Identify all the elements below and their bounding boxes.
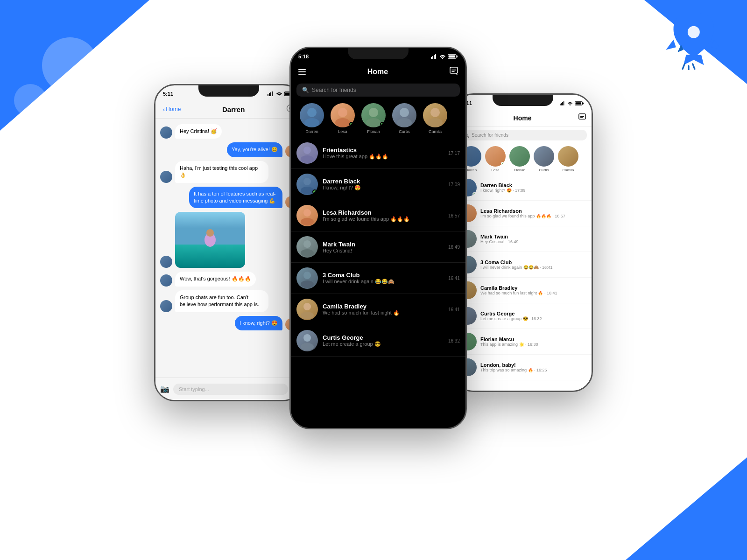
back-button[interactable]: ‹ Home	[163, 106, 181, 113]
chat-item-3coma[interactable]: 3 Coma Club I will never drink again 😂😂🙈…	[291, 263, 465, 294]
list-time-3coma: 16:41	[448, 276, 460, 281]
compose-button[interactable]	[450, 67, 458, 77]
message-3: Haha, I'm just testing this cool app 👌	[160, 161, 297, 183]
r-name-3coma: 3 Coma Club	[480, 259, 587, 265]
list-avatar-lesa	[296, 205, 318, 226]
chat-item-curtis[interactable]: Curtis George Let me create a group 😎 16…	[291, 325, 465, 357]
message-6: Wow, that's gorgeous! 🔥🔥🔥	[160, 272, 297, 286]
r-chat-mark[interactable]: Mark Twain Hey Cristina! · 16:49	[454, 226, 592, 252]
svg-rect-15	[175, 245, 245, 268]
r-chat-darren[interactable]: Darren Black I know, right? 😍 · 17:09	[454, 175, 592, 201]
r-chat-3coma[interactable]: 3 Coma Club I will never drink again 😂😂🙈…	[454, 252, 592, 278]
svg-point-48	[301, 312, 314, 319]
svg-point-46	[301, 280, 314, 288]
r-info-florian: Florian Marcu This app is amazing 🌟 · 16…	[480, 336, 587, 347]
chat-input-bar: 📷 Start typing... ▶	[155, 378, 302, 400]
svg-rect-7	[272, 91, 273, 96]
list-name-3coma: 3 Coma Club	[323, 272, 444, 279]
home-title-center: Home	[367, 68, 388, 76]
svg-rect-51	[560, 104, 561, 105]
search-bar-right[interactable]: 🔍 Search for friends	[459, 130, 587, 140]
r-msg-lesa: I'm so glad we found this app 🔥🔥🔥 · 16:5…	[480, 214, 587, 218]
list-avatar-camila	[296, 299, 318, 320]
chat-header-center: Darren	[222, 105, 245, 113]
list-info-lesa: Lesa Richardson I'm so glad we found thi…	[323, 209, 444, 222]
r-info-camila: Camila Bradley We had so much fun last n…	[480, 285, 587, 295]
story-darren[interactable]: Darren	[296, 103, 327, 134]
hamburger-menu[interactable]	[298, 69, 306, 75]
r-story-av-curtis	[534, 146, 554, 167]
r-chat-london[interactable]: London, baby! This trip was so amazing 🔥…	[454, 355, 592, 380]
r-name-mark: Mark Twain	[480, 234, 587, 239]
r-chat-lesa[interactable]: Lesa Richardson I'm so glad we found thi…	[454, 201, 592, 226]
message-bubble-3: Haha, I'm just testing this cool app 👌	[175, 161, 268, 183]
list-name-camila: Camila Bradley	[323, 303, 444, 310]
r-chat-camila[interactable]: Camila Bradley We had so much fun last n…	[454, 278, 592, 303]
story-camila[interactable]: Camila	[420, 103, 451, 134]
story-lesa[interactable]: Lesa	[327, 103, 358, 134]
phone-right: 5:11 Home	[453, 93, 593, 392]
r-story-curtis[interactable]: Curtis	[532, 146, 556, 172]
list-time-camila: 16:41	[448, 307, 460, 312]
hamburger-line-2	[298, 71, 306, 72]
message-input[interactable]: Start typing...	[173, 384, 288, 395]
svg-point-45	[303, 272, 311, 279]
story-florian[interactable]: Florian	[358, 103, 389, 134]
list-info-3coma: 3 Coma Club I will never drink again 😂😂🙈	[323, 272, 444, 285]
phones-container: 5:11 ‹ Home Darren	[0, 47, 747, 429]
message-4: It has a ton of features such as real-ti…	[160, 187, 297, 209]
message-5-image	[160, 212, 297, 268]
list-avatar-3coma	[296, 267, 318, 289]
list-time-curtis: 16:32	[448, 338, 460, 343]
svg-rect-4	[268, 94, 268, 96]
story-name-florian: Florian	[367, 129, 380, 134]
chat-item-mark[interactable]: Mark Twain Hey Cristina! 16:49	[291, 231, 465, 263]
light-app-header: Home	[454, 110, 592, 127]
r-chat-florian[interactable]: Florian Marcu This app is amazing 🌟 · 16…	[454, 329, 592, 355]
home-title-right: Home	[514, 114, 532, 122]
list-name-frientastics: Frientastics	[323, 147, 444, 154]
chat-item-frientastics[interactable]: Frientastics I love this great app 🔥🔥🔥 1…	[291, 138, 465, 169]
svg-rect-18	[431, 57, 432, 59]
status-icons-right	[560, 101, 584, 105]
r-info-london: London, baby! This trip was so amazing 🔥…	[480, 362, 587, 372]
status-icons-center	[431, 54, 458, 59]
chat-item-lesa[interactable]: Lesa Richardson I'm so glad we found thi…	[291, 200, 465, 231]
phone-center: 5:18 Home	[289, 47, 467, 429]
svg-point-0	[688, 26, 700, 38]
r-online-darren	[472, 192, 476, 196]
hamburger-line-1	[298, 69, 306, 70]
chat-item-darren[interactable]: Darren Black I know, right? 😍 17:09	[291, 169, 465, 200]
svg-point-39	[303, 178, 311, 185]
search-icon-center: 🔍	[302, 87, 309, 93]
story-curtis[interactable]: Curtis	[389, 103, 420, 134]
svg-point-33	[400, 108, 409, 117]
list-name-curtis: Curtis George	[323, 334, 444, 341]
message-bubble-8: I know, right? 😍	[235, 316, 282, 330]
compose-button-right[interactable]	[578, 113, 586, 123]
r-story-lesa[interactable]: Lesa	[483, 146, 507, 172]
list-avatar-mark	[296, 236, 318, 258]
r-story-florian[interactable]: Florian	[507, 146, 532, 172]
svg-point-28	[304, 118, 319, 127]
r-msg-3coma: I will never drink again 😂😂🙈 · 16:41	[480, 265, 587, 270]
svg-rect-58	[583, 102, 584, 104]
chat-item-camila[interactable]: Camila Bradley We had so much fun last n…	[291, 294, 465, 325]
r-story-camila[interactable]: Camila	[556, 146, 580, 172]
r-msg-mark: Hey Cristina! · 16:49	[480, 239, 587, 244]
message-8: I know, right? 😍	[160, 316, 297, 330]
story-avatar-camila	[423, 103, 447, 127]
list-msg-camila: We had so much fun last night 🔥	[323, 310, 444, 316]
svg-point-29	[338, 108, 347, 117]
list-avatar-curtis	[296, 330, 318, 351]
r-chat-curtis[interactable]: Curtis George Let me create a group 😎 · …	[454, 303, 592, 329]
svg-point-30	[335, 118, 350, 127]
list-msg-mark: Hey Cristina!	[323, 248, 444, 253]
r-info-mark: Mark Twain Hey Cristina! · 16:49	[480, 234, 587, 244]
svg-rect-52	[561, 103, 562, 105]
list-name-mark: Mark Twain	[323, 241, 444, 248]
camera-button[interactable]: 📷	[160, 385, 169, 393]
search-bar-center[interactable]: 🔍 Search for friends	[296, 84, 460, 97]
chat-messages: Hey Cristina! 🥳 Yay, you're alive! 😊 Hah…	[155, 119, 302, 371]
light-chat-list: Darren Black I know, right? 😍 · 17:09 Le…	[454, 175, 592, 380]
